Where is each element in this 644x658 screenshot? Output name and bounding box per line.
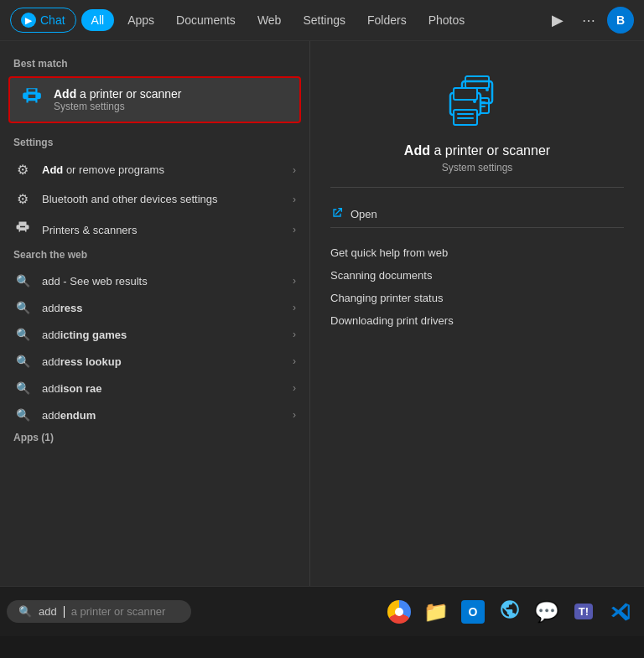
right-link-0[interactable]: Get quick help from web [330, 241, 624, 264]
right-link-2[interactable]: Changing printer status [330, 287, 624, 309]
svg-rect-9 [457, 113, 474, 115]
web-chevron-3: › [293, 355, 296, 367]
settings-item-0[interactable]: ⚙ Add or remove programs › [0, 155, 309, 184]
right-title-bold: Add [404, 143, 430, 158]
chat-label: Chat [40, 13, 65, 27]
web-text-3: address lookup [42, 355, 283, 368]
right-subtitle: System settings [330, 162, 624, 174]
search-cursor [64, 606, 65, 618]
right-link-3[interactable]: Downloading print drivers [330, 309, 624, 332]
left-panel: Best match Add a printer or scanner Syst… [0, 41, 310, 586]
taskbar-search-icon: 🔍 [18, 605, 32, 618]
search-icon-5: 🔍 [13, 408, 32, 422]
svg-point-11 [473, 100, 476, 103]
tab-folders[interactable]: Folders [359, 9, 415, 31]
bing-button[interactable]: B [607, 7, 634, 34]
settings-icon-0: ⚙ [13, 162, 32, 178]
web-item-0[interactable]: 🔍 add - See web results › [0, 267, 309, 294]
web-chevron-5: › [293, 409, 296, 421]
vscode-icon[interactable] [604, 595, 637, 629]
web-text-0: add - See web results [42, 275, 283, 288]
teams-icon[interactable]: T! [567, 595, 600, 629]
svg-rect-10 [457, 117, 474, 119]
right-title: Add a printer or scanner [330, 143, 624, 158]
web-chevron-4: › [293, 382, 296, 394]
chat-button[interactable]: ▶ Chat [10, 8, 76, 33]
right-printer-icon [444, 75, 511, 133]
web-text-1: address [42, 302, 283, 314]
web-chevron-2: › [293, 329, 296, 340]
svg-point-5 [486, 88, 489, 91]
chevron-icon-2: › [293, 224, 296, 236]
open-icon [330, 206, 344, 222]
search-icon-2: 🔍 [13, 328, 32, 341]
right-icon-area [330, 75, 624, 133]
search-icon-4: 🔍 [13, 381, 32, 395]
open-label: Open [351, 208, 377, 220]
chat-icon: ▶ [21, 13, 36, 28]
apps-section-label: Apps (1) [0, 428, 309, 450]
right-title-suffix: a printer or scanner [430, 143, 550, 158]
tab-documents[interactable]: Documents [168, 9, 244, 31]
best-match-bold: Add [54, 87, 76, 101]
web-text-5: addendum [42, 409, 283, 422]
chevron-icon-0: › [293, 164, 296, 176]
settings-text-0: Add or remove programs [42, 163, 283, 176]
best-match-title: Add a printer or scanner [54, 87, 182, 101]
file-explorer-icon[interactable]: 📁 [419, 595, 453, 629]
web-item-2[interactable]: 🔍 addicting games › [0, 321, 309, 348]
outlook-icon[interactable]: O [456, 595, 490, 629]
web-chevron-0: › [293, 275, 296, 287]
best-match-item[interactable]: Add a printer or scanner System settings [8, 76, 301, 123]
chevron-icon-1: › [293, 194, 296, 205]
web-item-4[interactable]: 🔍 addison rae › [0, 375, 309, 402]
search-icon-0: 🔍 [13, 274, 32, 288]
open-action[interactable]: Open [330, 201, 624, 227]
web-item-3[interactable]: 🔍 address lookup › [0, 348, 309, 375]
web-chevron-1: › [293, 302, 296, 313]
tab-settings[interactable]: Settings [294, 9, 354, 31]
search-icon-3: 🔍 [13, 355, 32, 368]
web-text-2: addicting games [42, 329, 283, 341]
right-link-1[interactable]: Scanning documents [330, 264, 624, 287]
search-placeholder-text: a printer or scanner [71, 605, 166, 618]
right-divider-2 [330, 227, 624, 228]
settings-icon-1: ⚙ [13, 191, 32, 207]
search-typed-text: add [39, 605, 57, 618]
all-tab[interactable]: All [81, 9, 115, 31]
settings-text-2: Printers & scanners [42, 224, 283, 236]
best-match-text: Add a printer or scanner System settings [54, 87, 182, 112]
play-button[interactable]: ▶ [545, 8, 570, 33]
best-match-subtitle: System settings [54, 101, 182, 112]
settings-item-2[interactable]: Printers & scanners › [0, 214, 309, 246]
tab-apps[interactable]: Apps [119, 9, 163, 31]
web-section-label: Search the web [0, 246, 309, 267]
right-panel: Add a printer or scanner System settings… [310, 41, 644, 586]
more-button[interactable]: ⋯ [575, 9, 602, 32]
main-content: Best match Add a printer or scanner Syst… [0, 41, 644, 586]
svg-rect-7 [454, 88, 477, 100]
settings-icon-2 [13, 220, 32, 239]
web-item-1[interactable]: 🔍 address › [0, 294, 309, 321]
edge-icon[interactable] [493, 595, 527, 629]
taskbar: 🔍 add a printer or scanner 📁 O 💬 T! [0, 586, 644, 636]
settings-text-1: Bluetooth and other devices settings [42, 193, 283, 205]
settings-section-label: Settings [0, 133, 309, 155]
best-match-label: Best match [0, 54, 309, 76]
messenger-icon[interactable]: 💬 [530, 595, 564, 629]
top-nav: ▶ Chat All Apps Documents Web Settings F… [0, 0, 644, 41]
chrome-icon[interactable] [382, 595, 416, 629]
tab-web[interactable]: Web [249, 9, 290, 31]
tab-photos[interactable]: Photos [420, 9, 474, 31]
search-box[interactable]: 🔍 add a printer or scanner [7, 600, 191, 623]
right-divider [330, 187, 624, 188]
web-text-4: addison rae [42, 382, 283, 395]
search-icon-1: 🔍 [13, 301, 32, 314]
settings-item-1[interactable]: ⚙ Bluetooth and other devices settings › [0, 184, 309, 214]
web-item-5[interactable]: 🔍 addendum › [0, 402, 309, 428]
printer-icon [20, 86, 44, 113]
best-match-rest: a printer or scanner [76, 87, 181, 101]
